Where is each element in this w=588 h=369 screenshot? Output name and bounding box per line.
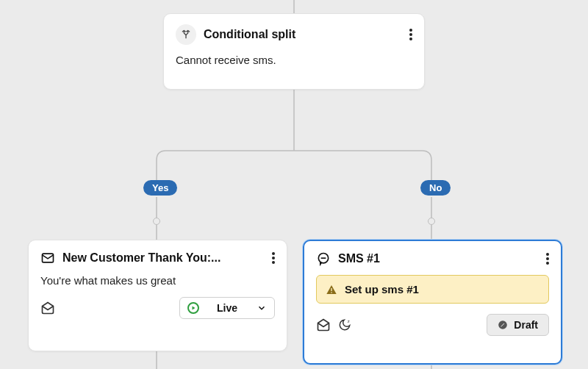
connector-node <box>428 218 435 225</box>
branch-label-yes: Yes <box>143 180 177 196</box>
status-label: Draft <box>514 319 538 331</box>
kebab-menu-icon[interactable] <box>269 249 278 267</box>
svg-text:z: z <box>348 319 350 323</box>
split-icon <box>176 24 196 45</box>
warning-text: Set up sms #1 <box>345 283 419 295</box>
card-title: SMS #1 <box>338 252 539 265</box>
warning-banner[interactable]: Set up sms #1 <box>316 275 549 304</box>
quiet-hours-icon: z <box>338 318 351 332</box>
svg-rect-23 <box>331 292 331 293</box>
svg-point-11 <box>409 33 412 36</box>
svg-point-12 <box>409 37 412 40</box>
sms-card[interactable]: SMS #1 Set up sms #1 <box>303 240 562 365</box>
svg-point-20 <box>546 257 549 260</box>
kebab-menu-icon[interactable] <box>543 250 552 268</box>
svg-point-15 <box>272 257 275 259</box>
connector-node <box>153 218 160 225</box>
svg-point-10 <box>409 29 412 32</box>
card-title: Conditional split <box>204 28 402 41</box>
mail-open-icon <box>316 318 331 332</box>
card-subtitle: You're what makes us great <box>40 274 275 287</box>
svg-point-19 <box>546 253 549 256</box>
status-dropdown-live[interactable]: Live <box>179 297 275 319</box>
svg-point-16 <box>272 261 275 264</box>
chevron-down-icon <box>257 303 267 313</box>
play-icon <box>187 302 199 314</box>
chat-icon <box>316 251 331 266</box>
email-card[interactable]: New Customer Thank You:... You're what m… <box>28 240 287 351</box>
mail-icon <box>40 251 55 265</box>
branch-label-no: No <box>420 180 451 196</box>
card-description: Cannot receive sms. <box>176 54 412 66</box>
svg-point-14 <box>272 252 275 255</box>
warning-icon <box>326 284 337 295</box>
card-title: New Customer Thank You:... <box>62 251 265 265</box>
status-chip-draft: Draft <box>487 314 549 336</box>
draft-icon <box>498 320 508 330</box>
status-label: Live <box>217 302 237 314</box>
mail-open-icon <box>40 301 55 315</box>
kebab-menu-icon[interactable] <box>406 26 415 43</box>
svg-point-21 <box>546 262 549 265</box>
conditional-split-card[interactable]: Conditional split Cannot receive sms. <box>163 13 425 90</box>
flow-canvas: Conditional split Cannot receive sms. Ye… <box>0 0 588 369</box>
svg-rect-22 <box>331 288 331 291</box>
